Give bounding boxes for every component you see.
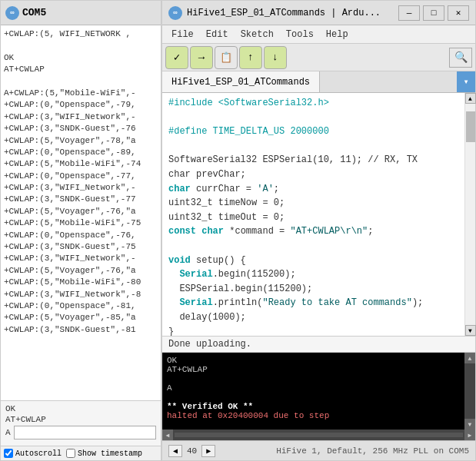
footer-line-number: 40 bbox=[187, 446, 197, 456]
code-line: ESPSerial.begin(115200); bbox=[168, 282, 458, 297]
com5-line: +CWLAP:(5, WIFI_NETWORK , bbox=[4, 28, 158, 40]
menu-edit[interactable]: Edit bbox=[200, 28, 235, 41]
console-area: OK AT+CWLAP A ** Verified OK ** halted a… bbox=[162, 353, 464, 429]
new-button[interactable]: 📋 bbox=[215, 46, 238, 69]
console-scroll-down[interactable]: ▼ bbox=[464, 419, 475, 429]
com5-line: +CWLAP:(3,"WIFI_Network",- bbox=[4, 111, 158, 123]
footer-left: ◀ 40 ▶ bbox=[168, 445, 215, 457]
com5-input-row: A bbox=[5, 426, 156, 439]
toolbar: ✓ → 📋 ↑ ↓ 🔍 bbox=[162, 44, 475, 71]
com5-timestamp-group: Show timestamp bbox=[66, 449, 142, 458]
code-line: Serial.begin(115200); bbox=[168, 267, 458, 282]
code-line: uint32_t timeNow = 0; bbox=[168, 196, 458, 211]
open-button[interactable]: ↑ bbox=[239, 46, 262, 69]
com5-titlebar: ∞ COM5 bbox=[1, 1, 161, 25]
console-hscroll-right[interactable]: ▶ bbox=[464, 429, 475, 440]
com5-cmd-text: AT+CWLAP bbox=[5, 415, 156, 424]
com5-bottom-area: OK AT+CWLAP A bbox=[1, 400, 161, 446]
code-line: const char *command = "AT+CWLAP\r\n"; bbox=[168, 224, 458, 239]
console-scroll-track bbox=[464, 363, 475, 419]
console-line: AT+CWLAP bbox=[167, 365, 460, 374]
com5-timestamp-checkbox[interactable] bbox=[66, 449, 75, 458]
arduino-window: ∞ HiFive1_ESP_01_ATCommands | Ardu... — … bbox=[161, 0, 476, 461]
code-line: } bbox=[168, 325, 458, 337]
console-hscroll-track bbox=[173, 429, 464, 440]
code-line: char prevChar; bbox=[168, 167, 458, 182]
upload-button[interactable]: → bbox=[190, 46, 213, 69]
console-scroll-up[interactable]: ▲ bbox=[464, 353, 475, 363]
com5-input-label: A bbox=[5, 428, 11, 437]
code-line: delay(1000); bbox=[168, 310, 458, 325]
menu-tools[interactable]: Tools bbox=[280, 28, 320, 41]
menu-file[interactable]: File bbox=[165, 28, 200, 41]
arduino-title-left: ∞ HiFive1_ESP_01_ATCommands | Ardu... bbox=[168, 6, 381, 20]
serial-monitor-button[interactable]: 🔍 bbox=[449, 48, 472, 68]
verify-button[interactable]: ✓ bbox=[165, 46, 188, 69]
upload-status: Done uploading. bbox=[162, 336, 475, 353]
menu-help[interactable]: Help bbox=[320, 28, 355, 41]
com5-line: +CWLAP:(3,"SNDK-Guest",-76 bbox=[4, 123, 158, 134]
com5-ok-text: OK bbox=[5, 404, 156, 413]
scroll-thumb[interactable] bbox=[466, 111, 475, 142]
window-controls: — □ ✕ bbox=[398, 5, 469, 21]
console-hscroll-left[interactable]: ◀ bbox=[162, 429, 173, 440]
com5-line: +CWLAP:(5,"Voyager",-76,"a bbox=[4, 206, 158, 217]
com5-line: +CWLAP:(3,"WIFI_Network",- bbox=[4, 253, 158, 264]
console-hscroll-thumb bbox=[175, 433, 463, 437]
footer-nav-left[interactable]: ◀ bbox=[168, 445, 182, 457]
menu-bar: File Edit Sketch Tools Help bbox=[162, 25, 475, 44]
com5-timestamp-label: Show timestamp bbox=[78, 449, 142, 458]
code-line: #define TIME_DELTA_US 2000000 bbox=[168, 124, 458, 139]
com5-line: +CWLAP:(0,"Openspace",-77, bbox=[4, 171, 158, 182]
com5-line bbox=[4, 40, 158, 51]
scroll-up-arrow[interactable]: ▲ bbox=[465, 93, 476, 104]
com5-line: +CWLAP:(5,"Mobile-WiFi",-80 bbox=[4, 277, 158, 288]
com5-icon-symbol: ∞ bbox=[10, 9, 14, 17]
arduino-title-text: HiFive1_ESP_01_ATCommands | Ardu... bbox=[187, 8, 381, 18]
scroll-track bbox=[465, 104, 475, 325]
code-line: uint32_t timeOut = 0; bbox=[168, 211, 458, 225]
com5-line bbox=[4, 76, 158, 88]
com5-autoscroll-group: Autoscroll bbox=[4, 449, 62, 458]
code-area[interactable]: #include <SoftwareSerial32.h> #define TI… bbox=[162, 93, 464, 336]
tab-active[interactable]: HiFive1_ESP_01_ATCommands bbox=[162, 71, 320, 92]
com5-line: +CWLAP:(0,"Openspace",-76, bbox=[4, 230, 158, 241]
com5-autoscroll-checkbox[interactable] bbox=[4, 449, 13, 458]
com5-line: +CWLAP:(5,"Mobile-WiFi",-75 bbox=[4, 217, 158, 229]
code-scrollbar[interactable]: ▲ ▼ bbox=[464, 93, 475, 336]
com5-line: +CWLAP:(3,"SNDK-Guest",-81 bbox=[4, 324, 158, 336]
com5-line: +CWLAP:(5,"Voyager",-85,"a bbox=[4, 312, 158, 323]
com5-footer: Autoscroll Show timestamp bbox=[1, 446, 161, 460]
console-line-verified: ** Verified OK ** bbox=[167, 402, 460, 411]
scroll-down-arrow[interactable]: ▼ bbox=[465, 325, 476, 336]
arduino-footer: ◀ 40 ▶ HiFive 1, Default, 256 MHz PLL on… bbox=[162, 440, 475, 460]
com5-line: +CWLAP:(3,"WIFI_Network",-8 bbox=[4, 289, 158, 300]
code-line bbox=[168, 139, 458, 154]
code-line: char currChar = 'A'; bbox=[168, 182, 458, 197]
code-line: Serial.println("Ready to take AT command… bbox=[168, 296, 458, 310]
arduino-icon-symbol: ∞ bbox=[173, 9, 177, 17]
com5-text-input[interactable] bbox=[14, 426, 156, 439]
console-hscroll-bar: ◀ ▶ bbox=[162, 429, 475, 440]
menu-sketch[interactable]: Sketch bbox=[235, 28, 280, 41]
com5-icon: ∞ bbox=[5, 6, 19, 20]
footer-nav-right[interactable]: ▶ bbox=[201, 445, 215, 457]
code-wrapper: #include <SoftwareSerial32.h> #define TI… bbox=[162, 93, 475, 336]
com5-line: +CWLAP:(0,"Openspace",-79, bbox=[4, 99, 158, 111]
console-scrollbar[interactable]: ▲ ▼ bbox=[464, 353, 475, 429]
com5-line: +CWLAP:(5,"Mobile-WiFi",-74 bbox=[4, 158, 158, 170]
maximize-button[interactable]: □ bbox=[423, 5, 444, 21]
console-line bbox=[167, 393, 460, 402]
com5-output-area: +CWLAP:(5, WIFI_NETWORK , OK AT+CWLAP A+… bbox=[1, 25, 161, 400]
com5-window: ∞ COM5 +CWLAP:(5, WIFI_NETWORK , OK AT+C… bbox=[0, 0, 161, 461]
com5-line: +CWLAP:(3,"WIFI_Network",- bbox=[4, 182, 158, 194]
tab-dropdown-button[interactable]: ▾ bbox=[457, 71, 475, 92]
tab-label: HiFive1_ESP_01_ATCommands bbox=[171, 77, 310, 88]
com5-autoscroll-label: Autoscroll bbox=[15, 449, 62, 458]
tab-bar: HiFive1_ESP_01_ATCommands ▾ bbox=[162, 71, 475, 93]
save-button[interactable]: ↓ bbox=[264, 46, 287, 69]
close-button[interactable]: ✕ bbox=[448, 5, 469, 21]
minimize-button[interactable]: — bbox=[398, 5, 420, 21]
console-line: OK bbox=[167, 356, 460, 365]
console-wrapper: OK AT+CWLAP A ** Verified OK ** halted a… bbox=[162, 353, 475, 429]
